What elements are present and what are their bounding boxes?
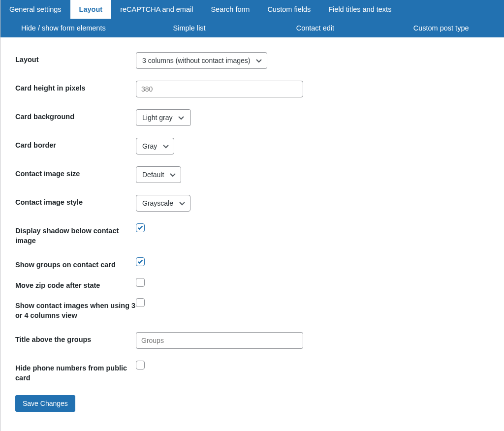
tab-layout[interactable]: Layout xyxy=(70,0,112,19)
tab-custom-post-type[interactable]: Custom post type xyxy=(378,19,504,37)
layout-select-value: 3 columns (without contact images) xyxy=(142,57,250,64)
zip-after-checkbox[interactable] xyxy=(136,278,145,287)
tab-simple-list[interactable]: Simple list xyxy=(126,19,252,37)
tab-hide-show-elements[interactable]: Hide / show form elements xyxy=(0,19,126,37)
tab-row-2: Hide / show form elements Simple list Co… xyxy=(0,19,504,37)
show-groups-label: Show groups on contact card xyxy=(15,257,136,270)
check-icon xyxy=(137,224,144,231)
card-bg-label: Card background xyxy=(15,109,136,122)
img-size-select-value: Default xyxy=(142,171,164,179)
hide-phone-label: Hide phone numbers from public card xyxy=(15,361,136,383)
layout-settings-form: Layout 3 columns (without contact images… xyxy=(0,37,504,422)
card-border-label: Card border xyxy=(15,138,136,151)
shadow-label: Display shadow below contact image xyxy=(15,223,136,246)
tab-field-titles-texts[interactable]: Field titles and texts xyxy=(319,0,400,19)
layout-label: Layout xyxy=(15,52,136,65)
images-34-checkbox[interactable] xyxy=(136,298,145,307)
save-changes-button[interactable]: Save Changes xyxy=(15,395,75,412)
chevron-down-icon xyxy=(169,171,177,179)
tab-recaptcha-email[interactable]: reCAPTCHA and email xyxy=(111,0,202,19)
settings-tabs: General settings Layout reCAPTCHA and em… xyxy=(0,0,504,37)
img-size-label: Contact image size xyxy=(15,166,136,179)
chevron-down-icon xyxy=(255,57,263,64)
card-height-input[interactable] xyxy=(136,81,303,97)
hide-phone-checkbox[interactable] xyxy=(136,361,145,369)
img-style-label: Contact image style xyxy=(15,195,136,208)
show-groups-checkbox[interactable] xyxy=(136,257,145,266)
card-border-select-value: Gray xyxy=(142,142,157,150)
card-border-select[interactable]: Gray xyxy=(136,138,174,154)
card-height-label: Card height in pixels xyxy=(15,81,136,93)
groups-title-input[interactable] xyxy=(136,332,303,349)
img-size-select[interactable]: Default xyxy=(136,166,181,183)
tab-general-settings[interactable]: General settings xyxy=(0,0,70,19)
images-34-label: Show contact images when using 3 or 4 co… xyxy=(15,298,136,320)
shadow-checkbox[interactable] xyxy=(136,223,145,232)
tab-custom-fields[interactable]: Custom fields xyxy=(258,0,319,19)
check-icon xyxy=(137,258,144,265)
chevron-down-icon xyxy=(177,114,185,122)
layout-select[interactable]: 3 columns (without contact images) xyxy=(136,52,267,69)
img-style-select-value: Grayscale xyxy=(142,199,173,207)
img-style-select[interactable]: Grayscale xyxy=(136,195,190,212)
tab-row-1: General settings Layout reCAPTCHA and em… xyxy=(0,0,504,19)
tab-search-form[interactable]: Search form xyxy=(202,0,258,19)
tab-contact-edit[interactable]: Contact edit xyxy=(252,19,378,37)
zip-after-label: Move zip code after state xyxy=(15,278,136,291)
chevron-down-icon xyxy=(178,199,186,207)
chevron-down-icon xyxy=(162,142,170,150)
card-bg-select[interactable]: Light gray xyxy=(136,109,191,126)
groups-title-label: Title above the groups xyxy=(15,332,136,345)
card-bg-select-value: Light gray xyxy=(142,114,172,122)
